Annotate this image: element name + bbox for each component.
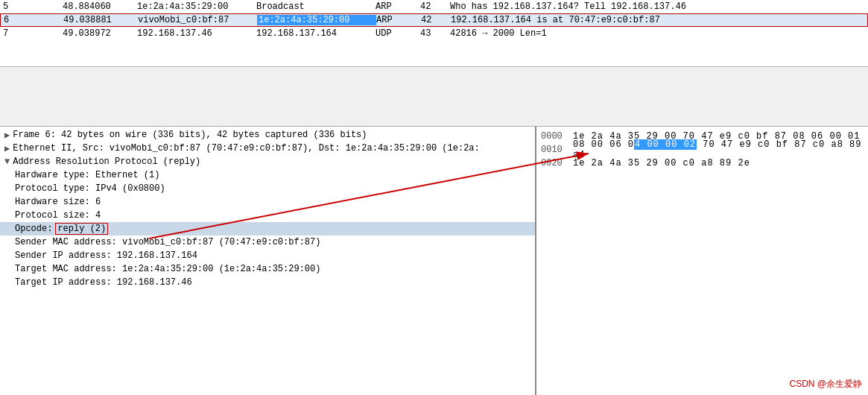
pkt7-info: 42816 → 2000 Len=1 <box>450 28 865 39</box>
hex-bytes-1-highlight: 4 00 00 02 <box>634 139 697 150</box>
ethernet-text: Ethernet II, Src: vivoMobi_c0:bf:87 (70:… <box>13 143 480 154</box>
sender-ip-text: Sender IP address: 192.168.137.164 <box>15 250 197 261</box>
packet-row-5[interactable]: 5 48.884060 1e:2a:4a:35:29:00 Broadcast … <box>0 0 868 13</box>
bottom-panel: ▶ Frame 6: 42 bytes on wire (336 bits), … <box>0 127 868 395</box>
hex-bytes-2: 1e 2a 4a 35 29 00 c0 a8 89 2e <box>573 158 864 168</box>
opcode-value: reply (2) <box>55 223 108 235</box>
pkt5-src: 1e:2a:4a:35:29:00 <box>137 1 256 12</box>
pkt7-dst: 192.168.137.164 <box>256 28 376 39</box>
hex-offset-0: 0000 <box>541 131 567 142</box>
detail-frame[interactable]: ▶ Frame 6: 42 bytes on wire (336 bits), … <box>0 128 535 142</box>
watermark: CSDN @余生爱静 <box>789 378 862 391</box>
packet-row-7[interactable]: 7 49.038972 192.168.137.46 192.168.137.1… <box>0 27 868 40</box>
detail-proto-type[interactable]: Protocol type: IPv4 (0x0800) <box>0 182 535 195</box>
hw-size-text: Hardware size: 6 <box>15 197 101 207</box>
detail-proto-size[interactable]: Protocol size: 4 <box>0 209 535 222</box>
detail-target-ip[interactable]: Target IP address: 192.168.137.46 <box>0 276 535 289</box>
proto-type-text: Protocol type: IPv4 (0x0800) <box>15 183 165 194</box>
pkt7-no: 7 <box>3 28 63 39</box>
pkt6-len: 42 <box>421 15 451 25</box>
pkt5-dst: Broadcast <box>256 1 376 12</box>
detail-target-mac[interactable]: Target MAC address: 1e:2a:4a:35:29:00 (1… <box>0 262 535 276</box>
arp-text: Address Resolution Protocol (reply) <box>13 157 200 167</box>
frame-text: Frame 6: 42 bytes on wire (336 bits), 42… <box>13 130 367 140</box>
detail-panel: ▶ Frame 6: 42 bytes on wire (336 bits), … <box>0 127 536 395</box>
hex-panel: 0000 1e 2a 4a 35 29 00 70 47 e9 c0 bf 87… <box>536 127 868 395</box>
target-mac-text: Target MAC address: 1e:2a:4a:35:29:00 (1… <box>15 264 320 274</box>
sender-mac-text: Sender MAC address: vivoMobi_c0:bf:87 (7… <box>15 237 320 247</box>
separator <box>0 67 868 127</box>
proto-size-text: Protocol size: 4 <box>15 210 101 221</box>
target-ip-text: Target IP address: 192.168.137.46 <box>15 277 192 288</box>
hex-bytes-1-before: 08 00 06 0 <box>573 139 634 150</box>
hex-offset-1: 0010 <box>541 145 567 155</box>
pkt5-len: 42 <box>420 1 450 12</box>
detail-ethernet[interactable]: ▶ Ethernet II, Src: vivoMobi_c0:bf:87 (7… <box>0 142 535 155</box>
detail-arp[interactable]: ▼ Address Resolution Protocol (reply) <box>0 155 535 168</box>
packet-row-6[interactable]: 6 49.038881 vivoMobi_c0:bf:87 1e:2a:4a:3… <box>0 13 868 27</box>
pkt7-time: 49.038972 <box>63 28 137 39</box>
hex-row-0010: 0010 08 00 06 04 00 00 02 70 47 e9 c0 bf… <box>541 143 864 157</box>
pkt7-proto: UDP <box>376 28 420 39</box>
pkt5-no: 5 <box>3 1 63 12</box>
expand-eth-icon[interactable]: ▶ <box>4 143 10 154</box>
pkt6-time: 49.038881 <box>63 15 138 25</box>
pkt6-src: vivoMobi_c0:bf:87 <box>138 15 257 25</box>
opcode-label: Opcode: <box>15 224 52 234</box>
pkt5-proto: ARP <box>376 1 420 12</box>
expand-arp-icon[interactable]: ▼ <box>4 157 10 167</box>
detail-hw-type[interactable]: Hardware type: Ethernet (1) <box>0 168 535 182</box>
hw-type-text: Hardware type: Ethernet (1) <box>15 170 159 180</box>
pkt5-time: 48.884060 <box>63 1 137 12</box>
detail-opcode[interactable]: Opcode: reply (2) <box>0 222 535 236</box>
hex-bytes-1: 08 00 06 04 00 00 02 70 47 e9 c0 bf 87 c… <box>573 139 864 160</box>
pkt6-proto: ARP <box>376 15 421 25</box>
pkt5-info: Who has 192.168.137.164? Tell 192.168.13… <box>450 1 865 12</box>
expand-frame-icon[interactable]: ▶ <box>4 130 10 141</box>
packet-list: 5 48.884060 1e:2a:4a:35:29:00 Broadcast … <box>0 0 868 67</box>
pkt6-no: 6 <box>4 15 63 25</box>
hex-row-0020: 0020 1e 2a 4a 35 29 00 c0 a8 89 2e <box>541 157 864 170</box>
pkt7-len: 43 <box>420 28 450 39</box>
hex-offset-2: 0020 <box>541 158 567 168</box>
pkt6-dst: 1e:2a:4a:35:29:00 <box>257 15 376 25</box>
detail-hw-size[interactable]: Hardware size: 6 <box>0 195 535 209</box>
detail-sender-mac[interactable]: Sender MAC address: vivoMobi_c0:bf:87 (7… <box>0 236 535 249</box>
pkt6-info: 192.168.137.164 is at 70:47:e9:c0:bf:87 <box>451 15 864 25</box>
detail-sender-ip[interactable]: Sender IP address: 192.168.137.164 <box>0 249 535 262</box>
pkt7-src: 192.168.137.46 <box>137 28 256 39</box>
